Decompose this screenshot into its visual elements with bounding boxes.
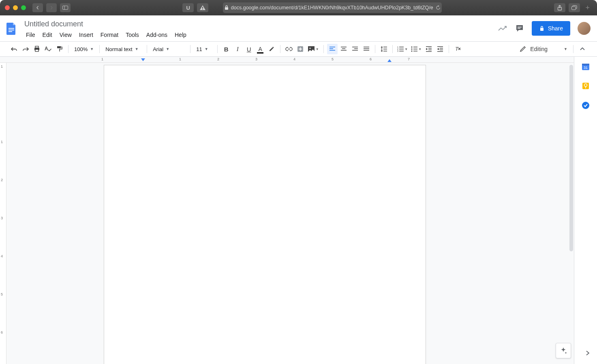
right-indent-marker[interactable] <box>387 59 392 62</box>
bold-button[interactable]: B <box>221 44 231 54</box>
first-line-indent-marker[interactable] <box>141 58 145 61</box>
ruler-tick-label: 4 <box>293 57 295 61</box>
warning-icon[interactable] <box>197 3 208 12</box>
text-color-button[interactable]: A <box>255 44 265 54</box>
svg-rect-2 <box>202 7 203 9</box>
menu-help[interactable]: Help <box>171 30 190 40</box>
user-avatar[interactable] <box>578 22 591 35</box>
zoom-selector[interactable]: 100%▼ <box>72 46 96 52</box>
docs-header: Untitled document File Edit View Insert … <box>0 15 597 41</box>
ruler-tick-label: 2 <box>1 178 3 182</box>
undo-button[interactable] <box>9 44 19 54</box>
ruler-tick-label: 3 <box>1 216 3 220</box>
editing-mode-selector[interactable]: Editing ▼ <box>517 46 570 52</box>
browser-forward-button[interactable] <box>46 3 57 12</box>
paragraph-style-selector[interactable]: Normal text▼ <box>103 46 143 52</box>
svg-point-64 <box>582 102 589 109</box>
underline-button[interactable]: U <box>244 44 254 54</box>
svg-rect-3 <box>202 9 203 10</box>
ruler-tick-label: 5 <box>332 57 334 61</box>
docs-logo-icon[interactable] <box>3 18 19 39</box>
font-value: Arial <box>153 46 163 52</box>
new-tab-button[interactable]: + <box>583 4 593 12</box>
svg-text:31: 31 <box>584 66 588 70</box>
caret-down-icon: ▼ <box>418 47 422 51</box>
font-selector[interactable]: Arial▼ <box>150 46 187 52</box>
svg-rect-7 <box>571 6 576 10</box>
document-page[interactable] <box>104 65 426 364</box>
comments-icon[interactable] <box>515 24 524 33</box>
ruler-tick-label: 1 <box>1 140 3 144</box>
share-label: Share <box>548 25 563 32</box>
paint-format-button[interactable] <box>54 44 65 54</box>
menu-format[interactable]: Format <box>97 30 122 40</box>
menu-insert[interactable]: Insert <box>76 30 96 40</box>
align-left-button[interactable] <box>327 44 338 54</box>
window-close-icon[interactable] <box>5 5 10 10</box>
tabs-icon[interactable] <box>569 3 580 12</box>
line-spacing-button[interactable] <box>379 44 389 54</box>
menu-tools[interactable]: Tools <box>122 30 142 40</box>
browser-back-button[interactable] <box>32 3 43 12</box>
menu-file[interactable]: File <box>23 30 39 40</box>
explore-button[interactable] <box>556 343 571 358</box>
ublock-icon[interactable]: U <box>182 3 194 12</box>
svg-text:3: 3 <box>397 50 398 52</box>
clear-formatting-button[interactable]: T <box>452 44 463 54</box>
increase-indent-button[interactable] <box>435 44 445 54</box>
lock-icon <box>539 26 545 31</box>
horizontal-ruler[interactable]: 1 1 2 3 4 5 6 7 <box>0 57 574 63</box>
keep-icon[interactable] <box>582 82 590 90</box>
redo-button[interactable] <box>20 44 31 54</box>
ruler-tick-label: 2 <box>217 57 219 61</box>
ruler-tick-label: 7 <box>408 57 410 61</box>
calendar-icon[interactable]: 31 <box>582 62 590 71</box>
add-comment-button[interactable] <box>295 44 306 54</box>
font-size-selector[interactable]: 11▼ <box>194 46 214 52</box>
menu-view[interactable]: View <box>56 30 75 40</box>
svg-rect-18 <box>57 46 61 48</box>
window-minimize-icon[interactable] <box>13 5 18 10</box>
vertical-ruler[interactable]: 1 1 2 3 4 5 6 <box>0 63 6 364</box>
svg-text:T: T <box>455 46 459 52</box>
menu-addons[interactable]: Add-ons <box>143 30 171 40</box>
svg-rect-13 <box>540 28 544 31</box>
url-text: docs.google.com/document/d/1kE1HWKN0rNh9… <box>231 5 433 11</box>
svg-rect-59 <box>582 64 589 65</box>
print-button[interactable] <box>32 44 42 54</box>
svg-rect-14 <box>35 46 39 48</box>
italic-button[interactable]: I <box>232 44 243 54</box>
document-title[interactable]: Untitled document <box>23 19 494 29</box>
align-justify-button[interactable] <box>361 44 372 54</box>
menu-edit[interactable]: Edit <box>39 30 56 40</box>
numbered-list-button[interactable]: 123▼ <box>396 44 409 54</box>
hide-side-panel-button[interactable] <box>586 350 590 356</box>
bulleted-list-button[interactable]: ▼ <box>410 44 423 54</box>
svg-rect-11 <box>518 27 522 28</box>
collapse-toolbar-button[interactable] <box>577 47 588 51</box>
url-bar[interactable]: docs.google.com/document/d/1kE1HWKN0rNh9… <box>223 2 442 13</box>
align-center-button[interactable] <box>338 44 349 54</box>
ruler-tick-label: 6 <box>370 57 372 61</box>
decrease-indent-button[interactable] <box>424 44 434 54</box>
svg-point-43 <box>411 47 413 48</box>
tasks-icon[interactable] <box>582 101 590 109</box>
spellcheck-button[interactable]: A <box>43 44 53 54</box>
align-right-button[interactable] <box>350 44 360 54</box>
svg-rect-4 <box>225 7 228 10</box>
lock-icon <box>225 5 229 10</box>
share-button[interactable]: Share <box>532 21 570 36</box>
share-system-icon[interactable] <box>554 3 565 12</box>
zoom-value: 100% <box>74 46 88 52</box>
sidebar-toggle-button[interactable] <box>60 3 71 12</box>
vertical-scrollbar[interactable] <box>569 65 573 251</box>
insert-link-button[interactable] <box>284 44 294 54</box>
highlight-button[interactable] <box>266 44 277 54</box>
insert-image-button[interactable]: ▼ <box>306 44 320 54</box>
window-maximize-icon[interactable] <box>21 5 26 10</box>
activity-icon[interactable] <box>498 24 507 33</box>
font-size-value: 11 <box>196 46 202 52</box>
svg-rect-8 <box>9 28 14 29</box>
reload-icon[interactable] <box>436 5 441 10</box>
pencil-icon <box>520 46 526 52</box>
